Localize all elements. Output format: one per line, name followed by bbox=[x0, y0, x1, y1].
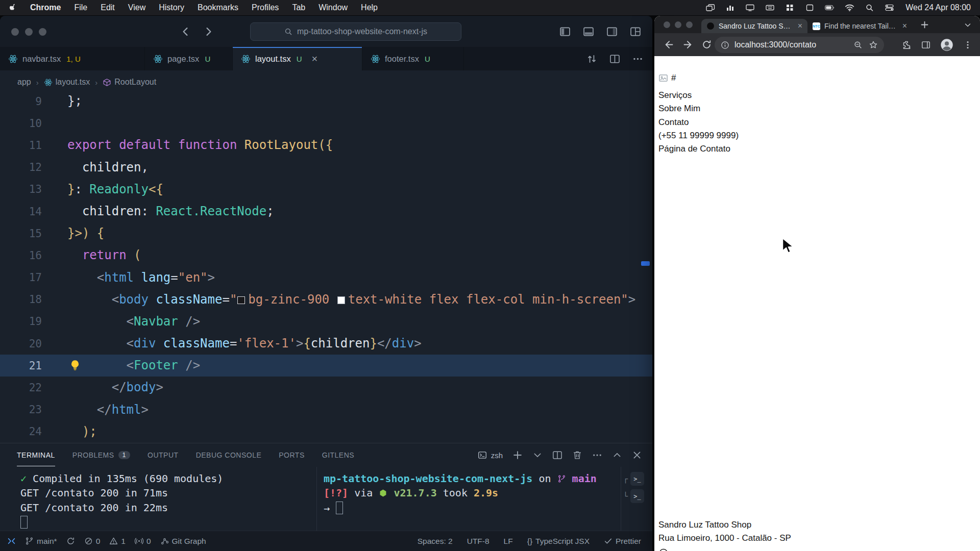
menubar-grid-icon[interactable] bbox=[785, 4, 795, 12]
forward-button[interactable] bbox=[682, 39, 693, 50]
editor-tab-footer.tsx[interactable]: footer.tsxU bbox=[362, 47, 464, 70]
profile-avatar[interactable] bbox=[940, 38, 953, 52]
warnings-indicator[interactable]: 1 bbox=[109, 537, 126, 546]
zoom-window-button[interactable] bbox=[686, 21, 693, 28]
more-actions-icon[interactable] bbox=[632, 54, 643, 64]
close-tab-icon[interactable]: × bbox=[902, 21, 907, 31]
menu-item-history[interactable]: History bbox=[159, 3, 184, 12]
ports-indicator[interactable]: 0 bbox=[135, 537, 151, 546]
terminal-instance-2[interactable]: └>_ bbox=[623, 489, 652, 503]
menu-item-edit[interactable]: Edit bbox=[101, 3, 115, 12]
breadcrumb-item-app[interactable]: app bbox=[17, 78, 31, 87]
sync-indicator[interactable] bbox=[66, 537, 75, 545]
prettier-indicator[interactable]: Prettier bbox=[604, 537, 641, 546]
tab-search-icon[interactable] bbox=[964, 21, 972, 29]
panel-tab-problems[interactable]: PROBLEMS1 bbox=[72, 444, 130, 466]
close-panel-icon[interactable] bbox=[632, 450, 642, 460]
extensions-icon[interactable] bbox=[901, 40, 912, 50]
close-tab-icon[interactable]: × bbox=[798, 21, 802, 31]
toggle-panel-left-icon[interactable] bbox=[559, 26, 571, 37]
url-text[interactable]: localhost:3000/contato bbox=[734, 40, 853, 49]
zoom-window-button[interactable] bbox=[39, 28, 46, 36]
menubar-battery-icon[interactable] bbox=[825, 4, 835, 12]
menu-item-view[interactable]: View bbox=[128, 3, 145, 12]
breadcrumb-item-layout.tsx[interactable]: layout.tsx bbox=[44, 78, 90, 87]
page-link[interactable]: Sobre Mim bbox=[658, 102, 739, 115]
vscode-command-center[interactable]: mp-tattoo-shop-website-com-next-js bbox=[250, 22, 461, 41]
editor-tab-layout.tsx[interactable]: layout.tsxU× bbox=[233, 47, 362, 70]
terminal[interactable]: ✓ Compiled in 135ms (690 modules)GET /co… bbox=[0, 467, 652, 531]
git-branch-indicator[interactable]: main* bbox=[25, 537, 57, 546]
menubar-keyboard-icon[interactable] bbox=[765, 4, 775, 12]
close-tab-icon[interactable]: × bbox=[312, 54, 318, 64]
menubar-control-center-icon[interactable] bbox=[885, 4, 894, 12]
menu-item-tab[interactable]: Tab bbox=[292, 3, 305, 12]
remote-indicator[interactable] bbox=[7, 537, 16, 545]
toggle-panel-bottom-icon[interactable] bbox=[583, 26, 594, 37]
open-changes-icon[interactable] bbox=[586, 54, 597, 64]
close-window-button[interactable] bbox=[664, 21, 670, 28]
back-button[interactable] bbox=[664, 39, 674, 50]
minimize-window-button[interactable] bbox=[675, 21, 681, 28]
menubar-chart-icon[interactable] bbox=[725, 4, 735, 12]
menu-item-profiles[interactable]: Profiles bbox=[252, 3, 279, 12]
whatsapp-icon[interactable] bbox=[658, 548, 791, 551]
panel-tab-debug-console[interactable]: DEBUG CONSOLE bbox=[196, 444, 262, 466]
page-link[interactable]: Página de Contato bbox=[658, 142, 739, 156]
address-bar[interactable]: localhost:3000/contato bbox=[715, 37, 884, 53]
terminal-dropdown-icon[interactable] bbox=[532, 450, 543, 460]
panel-tab-output[interactable]: OUTPUT bbox=[148, 444, 179, 466]
page-link[interactable]: Serviços bbox=[658, 89, 739, 102]
minimize-window-button[interactable] bbox=[25, 28, 33, 36]
split-editor-icon[interactable] bbox=[609, 54, 620, 64]
menu-app-name[interactable]: Chrome bbox=[30, 3, 61, 12]
page-link[interactable]: (+55 11 99999 9999) bbox=[658, 129, 739, 142]
new-tab-button[interactable] bbox=[920, 20, 929, 30]
page-link[interactable]: Contato bbox=[658, 116, 739, 129]
new-terminal-icon[interactable] bbox=[512, 450, 523, 460]
panel-tab-ports[interactable]: PORTS bbox=[279, 444, 304, 466]
browser-tab-1[interactable]: Sandro Luz Tattoo Shop× bbox=[701, 19, 807, 33]
menubar-search-icon[interactable] bbox=[865, 4, 874, 12]
editor-tab-page.tsx[interactable]: page.tsxU bbox=[145, 47, 233, 70]
browser-tab-2[interactable]: NTCFind the nearest Tailwind× bbox=[807, 19, 912, 33]
eol-indicator[interactable]: LF bbox=[504, 537, 513, 546]
breadcrumb-item-rootlayout[interactable]: RootLayout bbox=[103, 78, 156, 87]
spaces-indicator[interactable]: Spaces: 2 bbox=[418, 537, 453, 546]
side-panel-icon[interactable] bbox=[921, 40, 931, 50]
apple-menu-icon[interactable] bbox=[9, 3, 17, 12]
bookmark-star-icon[interactable] bbox=[869, 40, 878, 49]
close-window-button[interactable] bbox=[11, 28, 19, 36]
menu-item-window[interactable]: Window bbox=[318, 3, 348, 12]
zoom-icon[interactable] bbox=[853, 40, 863, 49]
errors-indicator[interactable]: 0 bbox=[84, 537, 101, 546]
chrome-menu-icon[interactable] bbox=[963, 40, 973, 50]
menu-item-help[interactable]: Help bbox=[361, 3, 378, 12]
menubar-wifi-icon[interactable] bbox=[845, 4, 854, 12]
code-editor[interactable]: 9};1011export default function RootLayou… bbox=[0, 94, 652, 443]
menu-item-file[interactable]: File bbox=[74, 3, 87, 12]
menubar-clock[interactable]: Wed 24 Apr 08:00 bbox=[905, 3, 971, 12]
menu-item-bookmarks[interactable]: Bookmarks bbox=[198, 3, 238, 12]
navigate-back-icon[interactable] bbox=[180, 26, 191, 37]
panel-tab-gitlens[interactable]: GITLENS bbox=[322, 444, 354, 466]
navigate-forward-icon[interactable] bbox=[203, 26, 214, 37]
encoding-indicator[interactable]: UTF-8 bbox=[467, 537, 489, 546]
language-indicator[interactable]: {}TypeScript JSX bbox=[527, 537, 590, 546]
menubar-stack-icon[interactable] bbox=[705, 4, 715, 12]
panel-tab-terminal[interactable]: TERMINAL bbox=[17, 444, 55, 466]
split-terminal-icon[interactable] bbox=[552, 450, 562, 460]
kill-terminal-icon[interactable] bbox=[572, 450, 582, 460]
editor-tab-navbar.tsx[interactable]: navbar.tsx1, U bbox=[0, 47, 145, 70]
reload-button[interactable] bbox=[701, 39, 712, 50]
toggle-panel-right-icon[interactable] bbox=[606, 26, 618, 37]
maximize-panel-icon[interactable] bbox=[612, 450, 622, 460]
customize-layout-icon[interactable] bbox=[630, 26, 641, 37]
panel-more-icon[interactable] bbox=[592, 450, 602, 460]
terminal-shell-chip[interactable]: zsh bbox=[478, 450, 503, 460]
menubar-display-icon[interactable] bbox=[745, 4, 755, 12]
git-graph-indicator[interactable]: Git Graph bbox=[160, 537, 206, 546]
lightbulb-icon[interactable] bbox=[69, 360, 81, 371]
site-info-icon[interactable] bbox=[721, 41, 729, 49]
menubar-box-icon[interactable] bbox=[805, 4, 815, 12]
